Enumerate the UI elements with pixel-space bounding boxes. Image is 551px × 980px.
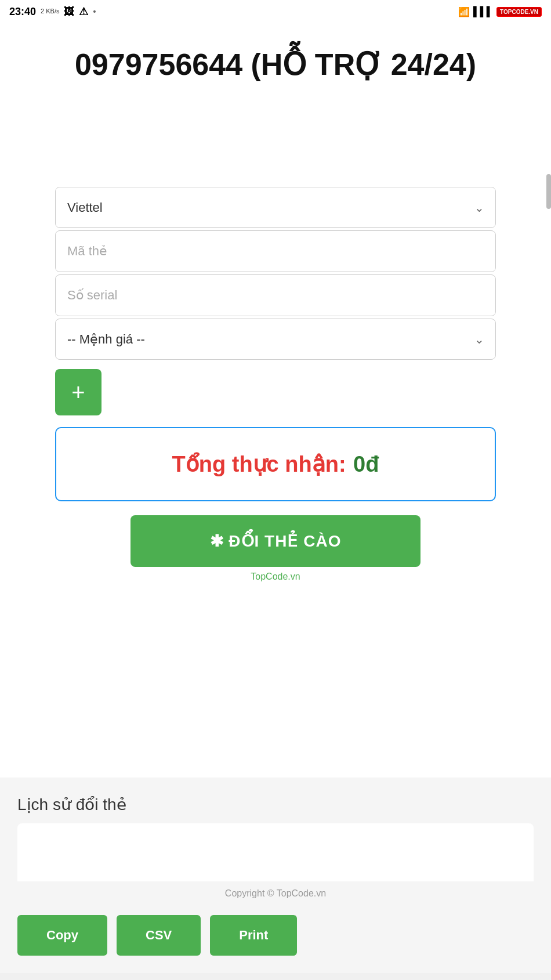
csv-button[interactable]: CSV bbox=[117, 915, 201, 956]
notification-icon: ⚠ bbox=[79, 5, 88, 18]
history-title: Lịch sử đổi thẻ bbox=[17, 795, 534, 814]
denomination-select[interactable]: -- Mệnh giá -- 10,000đ 20,000đ 50,000đ 1… bbox=[55, 319, 496, 360]
signal-icon: ▌▌▌ bbox=[473, 6, 493, 17]
wifi-icon: 📶 bbox=[458, 6, 470, 17]
exchange-btn-wrapper: ✱ ĐỔI THẺ CÀO TopCode.vn bbox=[55, 515, 496, 582]
history-section: Lịch sử đổi thẻ bbox=[0, 778, 551, 881]
speed-display: 2 KB/s bbox=[41, 8, 59, 15]
total-amount: 0đ bbox=[353, 452, 379, 476]
history-table bbox=[17, 823, 534, 881]
main-content: 0979756644 (HỖ TRỢ 24/24) Viettel Mobifo… bbox=[0, 23, 551, 778]
total-label: Tổng thực nhận: bbox=[172, 452, 346, 476]
print-button[interactable]: Print bbox=[210, 915, 297, 956]
copyright: Copyright © TopCode.vn bbox=[0, 881, 551, 906]
network-select[interactable]: Viettel Mobifone Vietnamobile Gmobile bbox=[55, 187, 496, 228]
denomination-wrapper: -- Mệnh giá -- 10,000đ 20,000đ 50,000đ 1… bbox=[55, 319, 496, 360]
image-icon: 🖼 bbox=[64, 6, 74, 18]
copy-button[interactable]: Copy bbox=[17, 915, 107, 956]
scroll-indicator[interactable] bbox=[546, 174, 551, 209]
form-section: Viettel Mobifone Vietnamobile Gmobile ⌄ … bbox=[55, 187, 496, 582]
total-box: Tổng thực nhận: 0đ bbox=[55, 427, 496, 501]
network-select-wrapper: Viettel Mobifone Vietnamobile Gmobile ⌄ bbox=[55, 187, 496, 228]
serial-input[interactable] bbox=[55, 274, 496, 316]
dot-icon: • bbox=[93, 7, 96, 16]
card-code-input[interactable] bbox=[55, 230, 496, 272]
watermark-text: TopCode.vn bbox=[55, 572, 496, 582]
time-display: 23:40 bbox=[9, 6, 36, 18]
status-left: 23:40 2 KB/s 🖼 ⚠ • bbox=[9, 5, 96, 18]
status-right: 📶 ▌▌▌ TOPCODE.VN bbox=[458, 6, 542, 17]
phone-heading: 0979756644 (HỖ TRỢ 24/24) bbox=[17, 46, 534, 82]
exchange-button[interactable]: ✱ ĐỔI THẺ CÀO bbox=[130, 515, 420, 567]
add-button[interactable]: + bbox=[55, 369, 102, 415]
status-bar: 23:40 2 KB/s 🖼 ⚠ • 📶 ▌▌▌ TOPCODE.VN bbox=[0, 0, 551, 23]
bottom-actions: Copy CSV Print bbox=[0, 906, 551, 973]
topcode-badge: TOPCODE.VN bbox=[496, 7, 542, 17]
